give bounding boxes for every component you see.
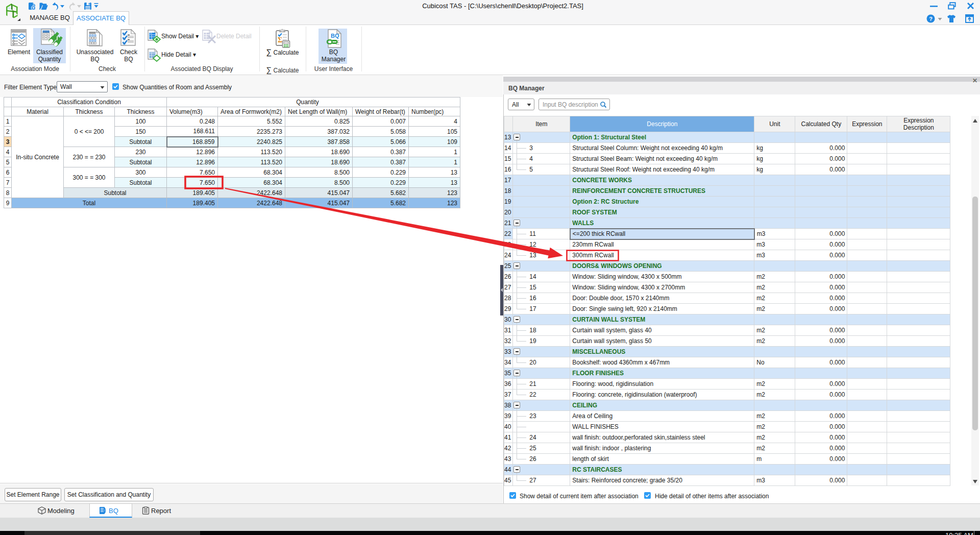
svg-text:BQ: BQ <box>331 33 339 39</box>
svg-text:Σ: Σ <box>278 36 282 44</box>
svg-text:?: ? <box>929 16 933 22</box>
